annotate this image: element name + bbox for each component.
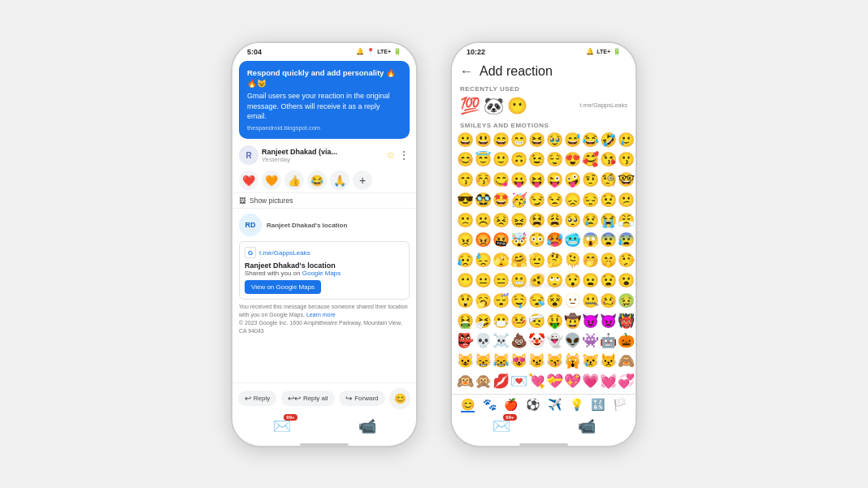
emoji-item[interactable]: 😋 — [493, 171, 510, 190]
emoji-item[interactable]: ☠️ — [493, 331, 510, 351]
emoji-item[interactable]: 😀 — [457, 131, 474, 150]
emoji-item[interactable]: 🥶 — [564, 231, 581, 250]
emoji-item[interactable]: 😼 — [528, 352, 545, 371]
emoji-item[interactable]: 🙈 — [618, 352, 635, 371]
emoji-item[interactable]: 😪 — [528, 292, 545, 311]
cat-tab-objects[interactable]: 💡 — [570, 398, 584, 412]
emoji-item[interactable]: 😮 — [618, 271, 635, 291]
emoji-item[interactable]: 🥲 — [618, 131, 635, 150]
emoji-item[interactable]: 🙄 — [546, 271, 563, 291]
reaction-heart[interactable]: ❤️ — [239, 171, 258, 190]
emoji-item[interactable]: 😗 — [618, 150, 635, 170]
add-reaction-button[interactable]: + — [353, 171, 372, 190]
emoji-item[interactable]: 😆 — [528, 131, 545, 150]
recent-emoji-1[interactable]: 💯 — [460, 96, 480, 115]
emoji-item[interactable]: 😲 — [457, 292, 474, 311]
emoji-item[interactable]: 😘 — [600, 150, 617, 170]
emoji-item[interactable]: 😃 — [475, 131, 492, 150]
emoji-item[interactable]: 😦 — [582, 271, 599, 291]
emoji-item[interactable]: 💀 — [475, 331, 492, 351]
emoji-item[interactable]: 😍 — [564, 150, 581, 170]
emoji-item[interactable]: 😰 — [618, 231, 635, 250]
emoji-item[interactable]: 😕 — [618, 191, 635, 210]
more-options-icon[interactable]: ⋮ — [398, 149, 410, 162]
emoji-item[interactable]: 😱 — [582, 231, 599, 250]
emoji-item[interactable]: 🥱 — [475, 292, 492, 311]
emoji-item[interactable]: 😞 — [564, 191, 581, 210]
emoji-item[interactable]: 😓 — [475, 251, 492, 270]
emoji-item[interactable]: 🤫 — [600, 251, 617, 270]
emoji-item[interactable]: 💟 — [475, 392, 492, 394]
reply-all-button[interactable]: ↩↩ Reply all — [281, 391, 335, 406]
emoji-item[interactable]: 😴 — [493, 292, 510, 311]
video-nav-icon-right[interactable]: 📹 — [578, 417, 596, 435]
emoji-item[interactable]: 🥹 — [546, 131, 563, 150]
emoji-item[interactable]: 🤣 — [600, 131, 617, 150]
emoji-item[interactable]: 🤧 — [475, 312, 492, 331]
emoji-item[interactable]: 😖 — [510, 211, 527, 231]
emoji-item[interactable]: 👹 — [618, 312, 635, 331]
emoji-item[interactable]: ⭐ — [600, 392, 617, 394]
emoji-item[interactable]: 😅 — [564, 131, 581, 150]
emoji-item[interactable]: ❣️ — [493, 392, 510, 394]
cat-tab-flags[interactable]: 🏳️ — [613, 398, 627, 412]
emoji-item[interactable]: 💞 — [618, 372, 635, 391]
emoji-item[interactable]: 🤯 — [510, 231, 527, 250]
emoji-item[interactable]: 🤐 — [582, 292, 599, 311]
emoji-item[interactable]: 👿 — [600, 312, 617, 331]
emoji-item[interactable]: 🥸 — [475, 191, 492, 210]
emoji-item[interactable]: 🤬 — [493, 231, 510, 250]
back-button[interactable]: ← — [460, 64, 473, 79]
emoji-item[interactable]: 💖 — [564, 372, 581, 391]
emoji-item[interactable]: 💘 — [528, 372, 545, 391]
emoji-item[interactable]: 😑 — [493, 271, 510, 291]
reply-button[interactable]: ↩ Reply — [238, 391, 276, 406]
emoji-item[interactable]: 🌟 — [618, 392, 635, 394]
emoji-item[interactable]: 🤪 — [564, 171, 581, 190]
emoji-item[interactable]: 🥺 — [564, 211, 581, 231]
emoji-item[interactable]: 💕 — [457, 392, 474, 394]
emoji-item[interactable]: 👺 — [457, 331, 474, 351]
emoji-item[interactable]: 😫 — [528, 211, 545, 231]
google-maps-link[interactable]: Google Maps — [302, 270, 341, 277]
emoji-item[interactable]: 😩 — [546, 211, 563, 231]
emoji-item[interactable]: 😝 — [528, 171, 545, 190]
emoji-item[interactable]: 💝 — [546, 372, 563, 391]
emoji-item[interactable]: 💩 — [510, 331, 527, 351]
emoji-item[interactable]: 😽 — [546, 352, 563, 371]
emoji-item[interactable]: 🤢 — [618, 292, 635, 311]
emoji-item[interactable]: 😷 — [493, 312, 510, 331]
emoji-item[interactable]: 🫡 — [528, 251, 545, 270]
emoji-item[interactable]: 😚 — [475, 171, 492, 190]
emoji-item[interactable]: 😹 — [493, 352, 510, 371]
emoji-item[interactable]: 😥 — [457, 251, 474, 270]
emoji-item[interactable]: ❤️ — [528, 392, 545, 394]
emoji-item[interactable]: 😤 — [618, 211, 635, 231]
emoji-item[interactable]: 🫨 — [528, 271, 545, 291]
emoji-item[interactable]: 😠 — [457, 231, 474, 250]
mail-nav-icon[interactable]: ✉️ 99+ — [273, 417, 291, 435]
emoji-item[interactable]: 🥰 — [582, 150, 599, 170]
emoji-item[interactable]: 😶 — [457, 271, 474, 291]
emoji-reaction-button[interactable]: 😊 — [389, 388, 410, 409]
emoji-item[interactable]: 😏 — [528, 191, 545, 210]
cat-tab-animals[interactable]: 🐾 — [483, 398, 497, 412]
emoji-item[interactable]: 💋 — [493, 372, 510, 391]
cat-tab-sports[interactable]: ⚽ — [526, 398, 540, 412]
emoji-item[interactable]: 😧 — [600, 271, 617, 291]
emoji-item[interactable]: 🤡 — [528, 331, 545, 351]
emoji-item[interactable]: ✨ — [582, 392, 599, 394]
forward-button[interactable]: ↪ Forward — [339, 391, 384, 406]
learn-more-link[interactable]: Learn more — [306, 312, 336, 317]
emoji-item[interactable]: 🔥 — [546, 392, 563, 394]
emoji-item[interactable]: 🫠 — [564, 251, 581, 270]
emoji-item[interactable]: 👽 — [564, 331, 581, 351]
emoji-item[interactable]: 🤔 — [546, 251, 563, 270]
emoji-item[interactable]: 🙂 — [493, 150, 510, 170]
emoji-item[interactable]: 🙃 — [510, 150, 527, 170]
emoji-item[interactable]: 🥴 — [600, 292, 617, 311]
emoji-item[interactable]: 💯 — [564, 392, 581, 394]
emoji-item[interactable]: 😇 — [475, 150, 492, 170]
reaction-fire[interactable]: 🧡 — [262, 171, 281, 190]
emoji-item[interactable]: 😉 — [528, 150, 545, 170]
